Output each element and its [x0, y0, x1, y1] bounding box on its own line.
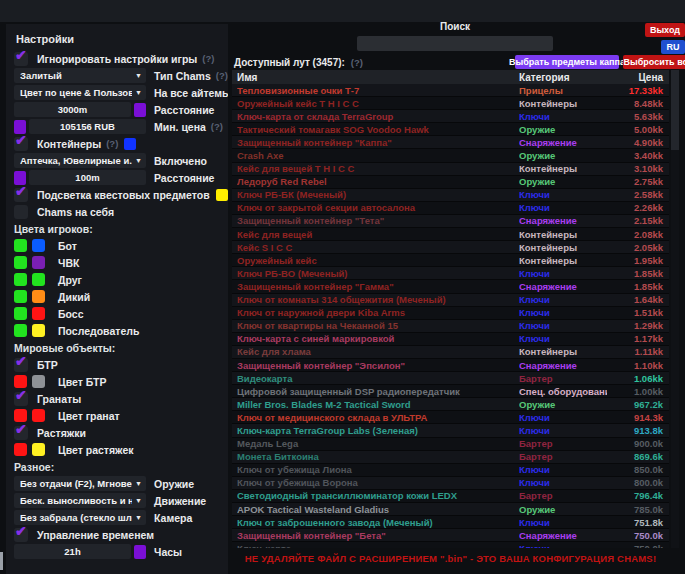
loot-row[interactable]: Защищенный контейнер "Тета"Снаряжение2.1…	[232, 215, 669, 228]
color-swatch[interactable]	[124, 138, 136, 150]
color-swatch[interactable]	[14, 443, 27, 456]
loot-row[interactable]: Оружейный кейс T H I C CКонтейнеры8.48kk	[232, 97, 669, 110]
dropdown[interactable]: Беск. выносливость и нет уста▼	[14, 493, 146, 508]
loot-row[interactable]: Ключ-карта от склада TerraGroupКлючи5.63…	[232, 110, 669, 123]
color-swatch[interactable]	[14, 290, 27, 303]
loot-row[interactable]: Ключ-картаКлючи750.0k	[232, 542, 669, 548]
loot-row[interactable]: Кейс S I C CКонтейнеры2.05kk	[232, 241, 669, 254]
color-swatch[interactable]	[32, 290, 45, 303]
color-swatch[interactable]	[134, 103, 146, 117]
input-value: 21h	[64, 546, 80, 557]
help-icon[interactable]: (?)	[202, 53, 214, 64]
dropdown[interactable]: Аптечка, Ювелирные и...▼	[14, 153, 146, 168]
help-icon[interactable]: (?)	[106, 138, 118, 149]
loot-row[interactable]: Ключ-карта с синей маркировкойКлючи1.17k…	[232, 333, 669, 346]
loot-row[interactable]: Кейс для вещей T H I C CКонтейнеры3.10kk	[232, 163, 669, 176]
color-swatch[interactable]	[216, 189, 228, 201]
loot-row[interactable]: Ключ РБ-ВО (Меченый)Ключи1.85kk	[232, 267, 669, 280]
loot-row[interactable]: Ключ от заброшенного завода (Меченый)Клю…	[232, 516, 669, 529]
dropdown[interactable]: Залитый▼	[14, 68, 146, 83]
column-header-category[interactable]: Категория	[519, 72, 607, 83]
checkbox[interactable]: ✔	[14, 358, 28, 372]
loot-row[interactable]: Монета БиткоинаБартер869.6k	[232, 451, 669, 464]
loot-row[interactable]: Защищенный контейнер "Каппа"Снаряжение4.…	[232, 136, 669, 149]
loot-item-price: 1.51kk	[607, 307, 663, 318]
dropdown[interactable]: Цвет по цене & Пользователь▼	[14, 85, 146, 100]
exit-button[interactable]: Выход	[645, 23, 685, 37]
column-header-price[interactable]: Цена	[607, 72, 663, 83]
loot-row[interactable]: Ледоруб Red RebelОружие2.75kk	[232, 176, 669, 189]
color-swatch[interactable]	[32, 239, 45, 252]
loot-row[interactable]: Ключ от закрытой секции автосалонаКлючи2…	[232, 202, 669, 215]
loot-row[interactable]: ВидеокартаБартер1.06kk	[232, 372, 669, 385]
dropdown[interactable]: Без отдачи (F2), Мгновенное п▼	[14, 476, 146, 491]
color-swatch[interactable]	[32, 409, 45, 422]
loot-row[interactable]: Защищенный контейнер "Бета"Снаряжение750…	[232, 529, 669, 542]
color-swatch[interactable]	[14, 273, 27, 286]
checkbox[interactable]	[14, 205, 28, 219]
discard-all-button[interactable]: Выбросить все	[623, 55, 685, 69]
text-input[interactable]: 105156 RUB	[29, 119, 146, 134]
checkbox[interactable]: ✔	[14, 392, 28, 406]
checkbox[interactable]: ✔	[14, 188, 28, 202]
select-kappa-items-button[interactable]: Выбрать предметы каппа	[515, 55, 619, 69]
color-swatch[interactable]	[14, 256, 27, 269]
loot-row[interactable]: Ключ от убежища ВоронаКлючи800.0k	[232, 477, 669, 490]
loot-row[interactable]: Тактический томагавк SOG Voodoo HawkОруж…	[232, 123, 669, 136]
text-input[interactable]: 3000m	[14, 102, 131, 117]
dropdown-value: Цвет по цене & Пользователь	[20, 87, 132, 98]
table-scrollbar-track[interactable]	[671, 70, 679, 548]
help-icon[interactable]: (?)	[211, 121, 223, 132]
color-swatch[interactable]	[14, 239, 27, 252]
color-swatch[interactable]	[32, 307, 45, 320]
column-header-name[interactable]: Имя	[237, 72, 519, 83]
loot-row[interactable]: Ключ РБ-БК (Меченый)Ключи2.58kk	[232, 189, 669, 202]
loot-item-category: Ключи	[519, 189, 607, 200]
search-input[interactable]	[357, 36, 553, 51]
table-scrollbar-thumb[interactable]	[671, 70, 679, 150]
loot-row[interactable]: APOK Tactical Wasteland GladiusОружие785…	[232, 503, 669, 516]
color-swatch[interactable]	[134, 545, 146, 559]
help-icon[interactable]: (?)	[216, 70, 228, 81]
loot-row[interactable]: Ключ от комнаты 314 общежития (Меченый)К…	[232, 294, 669, 307]
loot-row[interactable]: Ключ от наружной двери Kiba ArmsКлючи1.5…	[232, 307, 669, 320]
checkbox[interactable]: ✔	[14, 52, 28, 66]
loot-row[interactable]: Ключ от убежища ЛионаКлючи850.0k	[232, 464, 669, 477]
loot-row[interactable]: Светодиодный трансиллюминатор кожи LEDXБ…	[232, 490, 669, 503]
loot-row[interactable]: Тепловизионные очки Т-7Прицелы17.33kk	[232, 84, 669, 97]
loot-row[interactable]: Защищенный контейнер "Эпсилон"Снаряжение…	[232, 359, 669, 372]
color-swatch[interactable]	[32, 256, 45, 269]
settings-row-dropdown: Залитый▼Тип Chams(?)	[14, 68, 220, 83]
color-swatch[interactable]	[14, 324, 27, 337]
loot-row[interactable]: Кейс для хламаКонтейнеры1.11kk	[232, 346, 669, 359]
checkbox[interactable]: ✔	[14, 528, 28, 542]
loot-item-category: Оружие	[519, 124, 607, 135]
left-scrollbar-thumb[interactable]	[0, 552, 3, 570]
color-swatch[interactable]	[32, 443, 45, 456]
checkbox[interactable]: ✔	[14, 426, 28, 440]
text-input[interactable]: 100m	[29, 170, 146, 185]
text-input[interactable]: 21h	[14, 544, 131, 559]
settings-title: Настройки	[16, 33, 220, 45]
loot-row[interactable]: Ключ от квартиры на Чеканной 15Ключи1.29…	[232, 320, 669, 333]
color-swatch[interactable]	[32, 273, 45, 286]
checkbox[interactable]: ✔	[14, 137, 28, 151]
input-zone: 21h	[14, 544, 146, 559]
loot-row[interactable]: Медаль LegaБартер900.0k	[232, 438, 669, 451]
settings-label: Оружие	[154, 478, 194, 490]
loot-row[interactable]: Ключ от медицинского склада в УЛЬТРАКлюч…	[232, 411, 669, 424]
color-swatch[interactable]	[32, 324, 45, 337]
loot-row[interactable]: Miller Bros. Blades M-2 Tactical SwordОр…	[232, 398, 669, 411]
loot-row[interactable]: Защищенный контейнер "Гамма"Снаряжение1.…	[232, 280, 669, 293]
loot-item-name: Ключ от квартиры на Чеканной 15	[237, 320, 519, 331]
color-swatch[interactable]	[32, 375, 45, 388]
loot-row[interactable]: Кейс для вещейКонтейнеры2.08kk	[232, 228, 669, 241]
language-button[interactable]: RU	[661, 40, 685, 54]
loot-row[interactable]: Цифровой защищенный DSP радиопередатчикС…	[232, 385, 669, 398]
loot-row[interactable]: Ключ-карта TerraGroup Labs (Зеленая)Ключ…	[232, 424, 669, 437]
dropdown[interactable]: Без забрала (стекло шлема)▼	[14, 510, 146, 525]
loot-row[interactable]: Оружейный кейсКонтейнеры1.95kk	[232, 254, 669, 267]
loot-row[interactable]: Crash AxeОружие3.40kk	[232, 149, 669, 162]
help-icon[interactable]: (?)	[351, 57, 363, 68]
color-swatch[interactable]	[14, 307, 27, 320]
